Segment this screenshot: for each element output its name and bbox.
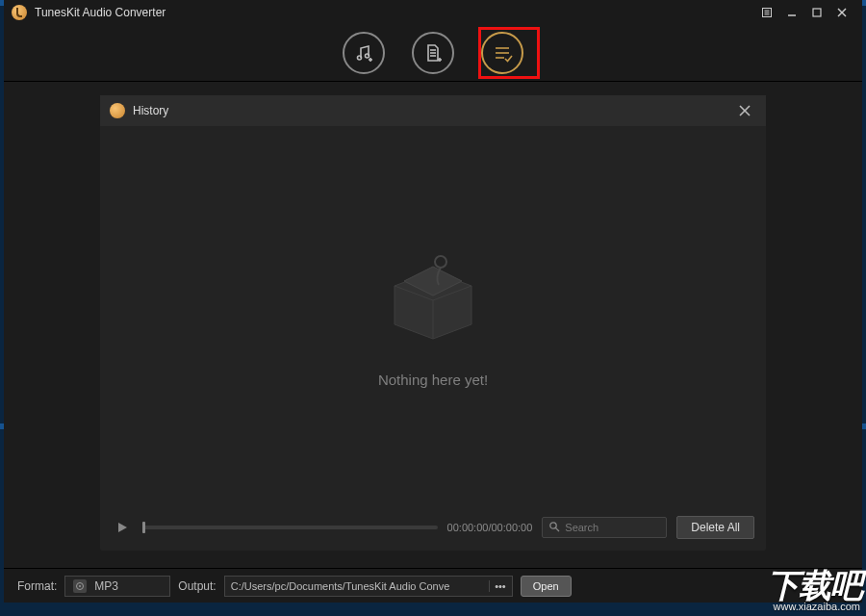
svg-line-24 [556,527,559,530]
format-value: MP3 [94,579,118,593]
format-selector[interactable]: MP3 [64,576,170,597]
search-input[interactable] [565,522,660,533]
history-list-button[interactable] [481,32,523,74]
output-label: Output: [178,579,216,593]
playback-slider[interactable] [142,526,438,529]
app-logo-icon [12,5,27,20]
format-icon [73,579,87,593]
open-button[interactable]: Open [521,576,572,597]
history-panel: History Nothing here [100,95,766,551]
empty-state-text: Nothing here yet! [378,372,488,388]
app-title: TunesKit Audio Converter [35,6,166,19]
svg-point-22 [435,256,446,268]
maximize-button[interactable] [804,3,829,22]
browse-path-button[interactable]: ••• [489,580,506,592]
output-path-value: C:/Users/pc/Documents/TunesKit Audio Con… [231,580,450,592]
menu-button[interactable] [754,3,779,22]
svg-point-26 [79,585,81,587]
add-music-button[interactable] [343,32,385,74]
play-button[interactable] [112,517,133,538]
timecode-text: 00:00:00/00:00:00 [447,522,533,533]
search-box[interactable] [542,517,667,538]
main-area: History Nothing here [4,82,862,568]
svg-rect-5 [813,9,821,16]
svg-point-9 [366,54,369,58]
panel-logo-icon [110,103,125,118]
output-path-box[interactable]: C:/Users/pc/Documents/TunesKit Audio Con… [224,576,513,597]
minimize-button[interactable] [779,3,804,22]
search-icon [548,521,560,535]
empty-box-icon [375,243,491,348]
delete-all-button[interactable]: Delete All [676,516,754,539]
app-window: TunesKit Audio Converter [4,0,862,603]
panel-title: History [133,104,168,117]
watermark-small: www.xiazaiba.com [767,601,866,616]
svg-point-23 [550,522,556,527]
toolbar [4,24,862,82]
panel-header: History [100,95,766,126]
titlebar: TunesKit Audio Converter [4,0,862,24]
panel-close-button[interactable] [733,99,756,122]
panel-footer: 00:00:00/00:00:00 Delete All [100,504,766,551]
panel-body: Nothing here yet! [100,126,766,504]
svg-point-8 [358,56,362,60]
bottombar: Format: MP3 Output: C:/Users/pc/Document… [4,568,862,603]
add-file-button[interactable] [412,32,454,74]
close-button[interactable] [829,3,854,22]
format-label: Format: [17,579,57,593]
